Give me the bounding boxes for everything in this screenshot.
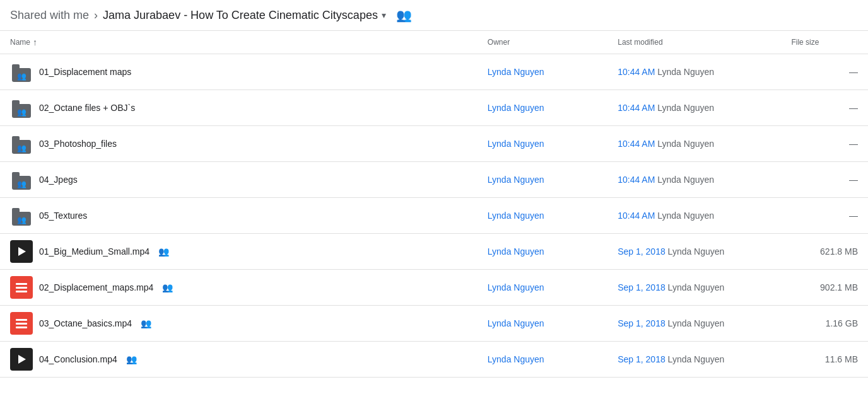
size-cell: 11.6 MB [781, 342, 868, 378]
breadcrumb-current: Jama Jurabaev - How To Create Cinematic … [103, 9, 386, 22]
shared-icon: 👥 [141, 318, 151, 328]
modified-date: 10:44 AM [618, 67, 655, 77]
folder-shared-icon: 👥 [10, 204, 33, 227]
table-row[interactable]: 03_Octane_basics.mp4 👥 Lynda Nguyen Sep … [0, 306, 868, 342]
col-header-owner: Owner [478, 31, 607, 54]
file-icon [10, 240, 33, 263]
file-name: 04_Jpegs [39, 175, 78, 185]
owner-cell: Lynda Nguyen [478, 162, 607, 198]
size-cell: — [781, 126, 868, 162]
breadcrumb-separator: › [94, 9, 98, 22]
modified-cell: 10:44 AM Lynda Nguyen [607, 162, 781, 198]
size-cell: — [781, 54, 868, 90]
col-header-name[interactable]: Name ↑ [0, 31, 262, 54]
shared-icon: 👥 [162, 282, 173, 292]
modified-date: Sep 1, 2018 [618, 354, 666, 364]
breadcrumb: Shared with me › Jama Jurabaev - How To … [0, 0, 868, 31]
owner-cell: Lynda Nguyen [478, 54, 607, 90]
breadcrumb-current-label: Jama Jurabaev - How To Create Cinematic … [103, 9, 378, 22]
file-name: 02_Displacement_maps.mp4 [39, 282, 153, 292]
size-cell: — [781, 90, 868, 126]
table-row[interactable]: 👥 01_Displacement maps Lynda Nguyen 10:4… [0, 54, 868, 90]
modified-cell: 10:44 AM Lynda Nguyen [607, 54, 781, 90]
modified-date: 10:44 AM [618, 211, 655, 221]
owner-cell: Lynda Nguyen [478, 198, 607, 234]
file-name-cell: 02_Displacement_maps.mp4 👥 [0, 270, 478, 306]
folder-shared-icon: 👥 [10, 61, 33, 83]
file-name-cell: 👥 05_Textures [0, 198, 478, 234]
file-table: Name ↑ Owner Last modified File size 👥 0… [0, 31, 868, 378]
size-cell: — [781, 162, 868, 198]
modified-cell: Sep 1, 2018 Lynda Nguyen [607, 234, 781, 270]
modified-by: Lynda Nguyen [657, 175, 714, 185]
modified-cell: 10:44 AM Lynda Nguyen [607, 126, 781, 162]
modified-cell: Sep 1, 2018 Lynda Nguyen [607, 342, 781, 378]
table-header: Name ↑ Owner Last modified File size [0, 31, 868, 54]
file-name-cell: 👥 04_Jpegs [0, 162, 478, 198]
table-row[interactable]: 01_Big_Medium_Small.mp4 👥 Lynda Nguyen S… [0, 234, 868, 270]
file-icon: 👥 [10, 96, 33, 119]
file-name: 03_Photoshop_files [39, 139, 117, 149]
shared-icon: 👥 [158, 246, 169, 257]
file-name: 05_Textures [39, 211, 87, 221]
modified-by: Lynda Nguyen [668, 282, 725, 292]
modified-by: Lynda Nguyen [657, 67, 714, 77]
file-name-cell: 03_Octane_basics.mp4 👥 [0, 306, 478, 342]
file-name-cell: 👥 01_Displacement maps [0, 54, 478, 90]
owner-cell: Lynda Nguyen [478, 270, 607, 306]
size-cell: — [781, 198, 868, 234]
table-row[interactable]: 👥 04_Jpegs Lynda Nguyen 10:44 AM Lynda N… [0, 162, 868, 198]
file-name: 04_Conclusion.mp4 [39, 354, 117, 364]
file-icon: 👥 [10, 132, 33, 155]
file-name: 03_Octane_basics.mp4 [39, 318, 132, 328]
size-cell: 902.1 MB [781, 270, 868, 306]
modified-by: Lynda Nguyen [668, 246, 725, 257]
modified-date: Sep 1, 2018 [618, 246, 666, 257]
modified-by: Lynda Nguyen [657, 139, 714, 149]
sort-icon: ↑ [33, 37, 37, 47]
file-icon [10, 276, 33, 299]
modified-date: 10:44 AM [618, 103, 655, 113]
modified-by: Lynda Nguyen [657, 211, 714, 221]
modified-cell: Sep 1, 2018 Lynda Nguyen [607, 306, 781, 342]
owner-cell: Lynda Nguyen [478, 234, 607, 270]
video-dark-icon [10, 240, 33, 263]
table-row[interactable]: 04_Conclusion.mp4 👥 Lynda Nguyen Sep 1, … [0, 342, 868, 378]
col-header-size: File size [781, 31, 868, 54]
folder-shared-icon: 👥 [10, 96, 33, 119]
modified-by: Lynda Nguyen [657, 103, 714, 113]
shared-icon: 👥 [126, 354, 137, 364]
folder-shared-icon: 👥 [10, 132, 33, 155]
breadcrumb-dropdown-icon[interactable]: ▾ [382, 10, 386, 20]
modified-date: Sep 1, 2018 [618, 318, 666, 328]
owner-cell: Lynda Nguyen [478, 342, 607, 378]
owner-cell: Lynda Nguyen [478, 306, 607, 342]
video-red-icon [10, 312, 33, 335]
people-icon[interactable]: 👥 [396, 8, 412, 23]
modified-cell: 10:44 AM Lynda Nguyen [607, 198, 781, 234]
col-header-modified: Last modified [607, 31, 781, 54]
table-row[interactable]: 👥 03_Photoshop_files Lynda Nguyen 10:44 … [0, 126, 868, 162]
modified-date: 10:44 AM [618, 139, 655, 149]
modified-date: 10:44 AM [618, 175, 655, 185]
table-row[interactable]: 👥 02_Octane files + OBJ`s Lynda Nguyen 1… [0, 90, 868, 126]
file-name-cell: 01_Big_Medium_Small.mp4 👥 [0, 234, 478, 270]
file-icon: 👥 [10, 61, 33, 83]
file-name: 01_Big_Medium_Small.mp4 [39, 246, 150, 257]
table-row[interactable]: 👥 05_Textures Lynda Nguyen 10:44 AM Lynd… [0, 198, 868, 234]
file-icon: 👥 [10, 204, 33, 227]
modified-cell: 10:44 AM Lynda Nguyen [607, 90, 781, 126]
modified-by: Lynda Nguyen [668, 318, 725, 328]
modified-date: Sep 1, 2018 [618, 282, 666, 292]
video-red-icon [10, 276, 33, 299]
folder-shared-icon: 👥 [10, 168, 33, 191]
breadcrumb-parent[interactable]: Shared with me [10, 9, 89, 22]
modified-cell: Sep 1, 2018 Lynda Nguyen [607, 270, 781, 306]
file-icon: 👥 [10, 168, 33, 191]
video-dark-icon [10, 348, 33, 371]
size-cell: 621.8 MB [781, 234, 868, 270]
size-cell: 1.16 GB [781, 306, 868, 342]
file-name: 01_Displacement maps [39, 67, 131, 77]
table-row[interactable]: 02_Displacement_maps.mp4 👥 Lynda Nguyen … [0, 270, 868, 306]
file-name: 02_Octane files + OBJ`s [39, 103, 135, 113]
